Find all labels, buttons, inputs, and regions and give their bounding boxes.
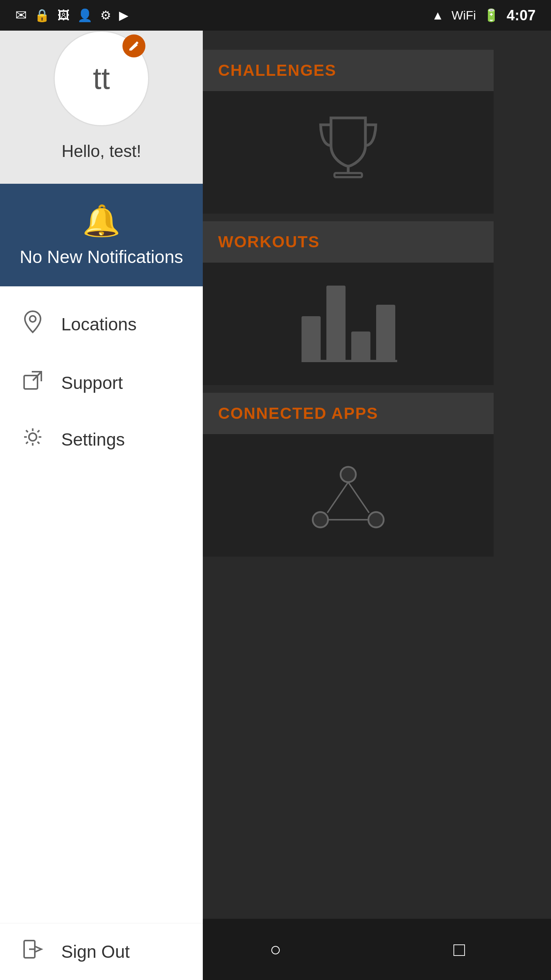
network-icon [310, 457, 386, 534]
status-bar-system: ▲ WiFi 🔋 4:07 [432, 7, 536, 24]
notification-text: No New Notifications [20, 247, 183, 267]
battery-icon: 🔋 [484, 8, 499, 23]
locations-label: Locations [61, 314, 137, 335]
support-label: Support [61, 372, 123, 393]
person-icon: 👤 [77, 8, 93, 23]
svg-point-19 [29, 433, 36, 441]
gear-icon [19, 426, 46, 452]
workouts-body[interactable] [203, 263, 494, 385]
location-pin-icon [19, 309, 46, 339]
connected-apps-body[interactable] [203, 434, 494, 557]
signal-icon: ▲ [432, 8, 444, 23]
menu-item-locations[interactable]: Locations [0, 294, 203, 354]
workouts-section: WORKOUTS [203, 221, 494, 385]
bar-chart-icon [302, 286, 395, 362]
svg-rect-9 [334, 173, 362, 177]
status-bar-notifications: ✉ 🔒 🖼 👤 ⚙ ▶ [15, 7, 129, 23]
status-bar: ✉ 🔒 🖼 👤 ⚙ ▶ ▲ WiFi 🔋 4:07 [0, 0, 551, 31]
bar-2 [326, 286, 346, 362]
challenges-section: CHALLENGES [203, 50, 494, 214]
menu-item-support[interactable]: Support [0, 354, 203, 411]
bar-1 [302, 316, 321, 362]
challenges-body[interactable] [203, 91, 494, 214]
svg-line-13 [327, 482, 348, 513]
sign-out-icon [19, 939, 46, 965]
recent-button[interactable]: □ [444, 934, 474, 965]
menu-item-settings[interactable]: Settings [0, 411, 203, 468]
drawer: tt Hello, test! 🔔 No New Notifications [0, 0, 203, 980]
svg-point-12 [368, 512, 384, 528]
home-button[interactable]: ○ [260, 934, 291, 965]
security-icon: 🔒 [34, 8, 50, 23]
bar-3 [351, 332, 370, 362]
connected-apps-section: CONNECTED APPS [203, 393, 494, 557]
challenges-header[interactable]: CHALLENGES [203, 50, 494, 91]
svg-point-11 [313, 512, 328, 528]
avatar-initials: tt [93, 61, 110, 96]
settings-label: Settings [61, 429, 125, 450]
sign-out-section[interactable]: Sign Out [0, 923, 203, 980]
bell-icon: 🔔 [82, 203, 121, 239]
user-greeting: Hello, test! [62, 142, 141, 161]
categories-container: CHALLENGES WORKOUTS [195, 50, 501, 564]
bar-4 [376, 305, 395, 362]
svg-point-16 [29, 316, 36, 322]
menu-items: Locations Support Settings [0, 286, 203, 923]
svg-line-14 [348, 482, 369, 513]
wifi-icon: WiFi [452, 8, 476, 23]
status-time: 4:07 [507, 7, 536, 24]
connected-apps-header[interactable]: CONNECTED APPS [203, 393, 494, 434]
image-icon: 🖼 [57, 8, 70, 23]
svg-point-10 [341, 467, 356, 482]
external-link-icon [19, 370, 46, 396]
notifications-section: 🔔 No New Notifications [0, 184, 203, 286]
edit-profile-button[interactable] [122, 34, 145, 57]
email-icon: ✉ [15, 7, 27, 23]
play-icon: ▶ [119, 8, 129, 23]
trophy-icon [314, 111, 383, 194]
workouts-header[interactable]: WORKOUTS [203, 221, 494, 263]
settings-icon: ⚙ [100, 8, 111, 23]
sign-out-label: Sign Out [61, 941, 130, 962]
avatar-container: tt [54, 31, 149, 126]
